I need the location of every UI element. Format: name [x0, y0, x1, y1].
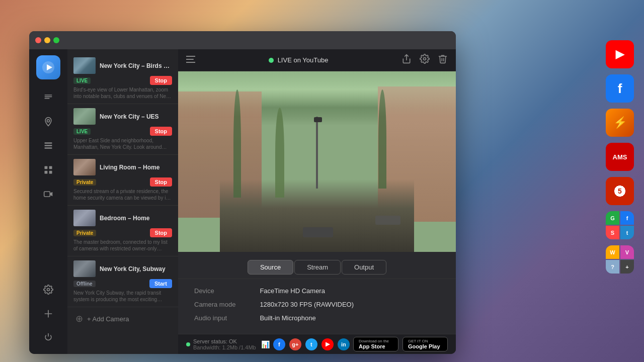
- svg-rect-7: [49, 166, 52, 169]
- social-youtube[interactable]: ▶: [321, 338, 334, 350]
- camera-item-living-room[interactable]: Living Room – Home Private Stop Secured …: [67, 155, 178, 206]
- server-status-text: Server status: OK: [193, 338, 256, 344]
- social-twitter[interactable]: t: [305, 338, 317, 350]
- camera-name-nyc-birds-eye: New York City – Birds Eye: [100, 62, 172, 69]
- camera-item-nyc-ues[interactable]: New York City – UES LIVE Stop Upper East…: [67, 104, 178, 155]
- thunder-desktop-icon[interactable]: ⚡: [606, 109, 634, 137]
- audio-input-value: Built-in Microphone: [260, 314, 440, 322]
- live-dot: [269, 58, 274, 63]
- tabs: Source Stream Output: [178, 256, 456, 279]
- stop-button-living-room[interactable]: Stop: [150, 177, 172, 187]
- camera-name-bedroom: Bedroom – Home: [100, 215, 172, 222]
- sidebar-icon-book[interactable]: [38, 87, 58, 108]
- live-indicator: LIVE on YouTube: [269, 56, 329, 64]
- camera-thumb-living-room: [73, 159, 96, 175]
- tab-stream[interactable]: Stream: [294, 260, 341, 275]
- bandwidth-text: Bandwidth: 1.2Mb /1.4Mb: [193, 344, 256, 350]
- camera-item-nyc-birds-eye[interactable]: New York City – Birds Eye LIVE Stop Bird…: [67, 53, 178, 104]
- tab-source[interactable]: Source: [248, 260, 293, 275]
- add-camera-label: + Add Camera: [87, 315, 129, 323]
- social-facebook[interactable]: f: [273, 338, 285, 350]
- camera-info-nyc-ues: New York City – UES: [100, 113, 172, 120]
- camera-mode-value: 644x362 30 FPS (RAWVIDEO): [260, 301, 440, 308]
- camera-name-nyc-subway: New York City, Subway: [100, 265, 172, 273]
- app-window: New York City – Birds Eye LIVE Stop Bird…: [29, 31, 456, 354]
- live-label: LIVE on YouTube: [278, 56, 329, 64]
- bottom-panel: Source Stream Output Device FaceTime HD …: [178, 252, 456, 334]
- camera-desc-nyc-birds-eye: Bird's-eye view of Lower Manhattan, zoom…: [73, 86, 172, 100]
- top-actions: [401, 54, 448, 66]
- close-button[interactable]: [35, 37, 41, 43]
- svg-rect-3: [45, 142, 52, 144]
- youtube-desktop-icon[interactable]: ▶: [606, 40, 634, 68]
- social-google[interactable]: g+: [289, 338, 301, 350]
- tab-output[interactable]: Output: [342, 260, 386, 275]
- maximize-button[interactable]: [53, 37, 59, 43]
- sidebar-icon-power[interactable]: [38, 328, 58, 348]
- camera-thumb-nyc-birds-eye: [73, 57, 96, 74]
- video-preview: [178, 71, 456, 252]
- appstore-big-text: App Store: [359, 343, 385, 349]
- sidebar-icon-location[interactable]: [38, 112, 58, 132]
- camera-name-living-room: Living Room – Home: [100, 164, 172, 171]
- title-bar: [29, 31, 456, 49]
- add-camera-button[interactable]: ⊕ + Add Camera: [67, 307, 178, 330]
- menu-icon[interactable]: [186, 56, 195, 65]
- camera-item-nyc-subway[interactable]: New York City, Subway Offline Start New …: [67, 256, 178, 307]
- sidebar-icon-list[interactable]: [38, 136, 58, 156]
- store-buttons: Download on the App Store GET IT ON Goog…: [353, 337, 448, 351]
- svg-rect-5: [45, 147, 52, 149]
- start-button-nyc-subway[interactable]: Start: [149, 279, 172, 288]
- status-badge-living-room: Private: [73, 179, 96, 186]
- mini-icons-group[interactable]: G f S t: [606, 211, 634, 239]
- svg-point-2: [47, 120, 50, 122]
- top-bar: LIVE on YouTube: [178, 49, 456, 71]
- social-icons: f g+ t ▶ in: [273, 338, 350, 350]
- status-badge-nyc-ues: LIVE: [73, 128, 91, 135]
- stop-button-nyc-ues[interactable]: Stop: [150, 127, 172, 136]
- target5-desktop-icon[interactable]: 5: [606, 177, 634, 205]
- share-button[interactable]: [401, 54, 412, 66]
- svg-rect-4: [45, 145, 52, 146]
- footer: Server status: OK Bandwidth: 1.2Mb /1.4M…: [178, 334, 456, 354]
- delete-button[interactable]: [438, 54, 448, 66]
- svg-rect-8: [45, 171, 48, 174]
- appstore-button[interactable]: Download on the App Store: [353, 337, 398, 351]
- settings-button[interactable]: [420, 54, 430, 66]
- ams-desktop-icon[interactable]: AMS: [606, 143, 634, 171]
- camera-item-bedroom[interactable]: Bedroom – Home Private Stop The master b…: [67, 206, 178, 256]
- camera-name-nyc-ues: New York City – UES: [100, 113, 172, 120]
- sidebar-icon-grid[interactable]: [38, 160, 58, 180]
- camera-desc-living-room: Secured stream of a private residence, t…: [73, 188, 172, 201]
- googleplay-button[interactable]: GET IT ON Google Play: [403, 337, 448, 351]
- main-content: New York City – Birds Eye LIVE Stop Bird…: [29, 49, 456, 354]
- sidebar-icon-settings[interactable]: [38, 280, 58, 300]
- stop-button-nyc-birds-eye[interactable]: Stop: [150, 76, 172, 85]
- svg-rect-6: [45, 166, 48, 169]
- camera-mode-label: Camera mode: [194, 301, 235, 308]
- bandwidth-icon: 📊: [261, 340, 270, 348]
- camera-thumb-nyc-subway: [73, 260, 96, 277]
- details-area: Device FaceTime HD Camera Camera mode 12…: [178, 279, 456, 330]
- camera-info-nyc-subway: New York City, Subway: [100, 265, 172, 273]
- traffic-lights: [35, 37, 59, 43]
- svg-point-13: [424, 58, 426, 60]
- camera-thumb-nyc-ues: [73, 108, 96, 125]
- camera-info-nyc-birds-eye: New York City – Birds Eye: [100, 62, 172, 69]
- minimize-button[interactable]: [44, 37, 50, 43]
- desktop-icons: ▶ f ⚡ AMS 5 G f S t W V ? +: [606, 40, 634, 274]
- googleplay-small-text: GET IT ON: [408, 339, 428, 343]
- sidebar-icon-add[interactable]: [38, 304, 58, 324]
- camera-info-living-room: Living Room – Home: [100, 164, 172, 171]
- server-status: Server status: OK Bandwidth: 1.2Mb /1.4M…: [186, 338, 270, 350]
- app-logo[interactable]: [36, 55, 60, 79]
- mini-icons-group2[interactable]: W V ? +: [606, 245, 634, 274]
- status-badge-nyc-subway: Offline: [73, 281, 96, 287]
- facebook-desktop-icon[interactable]: f: [606, 74, 634, 103]
- sidebar-icon-video[interactable]: [38, 184, 58, 204]
- social-linkedin[interactable]: in: [338, 338, 350, 350]
- stop-button-bedroom[interactable]: Stop: [150, 228, 172, 237]
- googleplay-big-text: Google Play: [408, 343, 440, 349]
- camera-desc-nyc-ues: Upper East Side and neighborhood, Manhat…: [73, 137, 172, 150]
- video-preview-area: [178, 71, 456, 252]
